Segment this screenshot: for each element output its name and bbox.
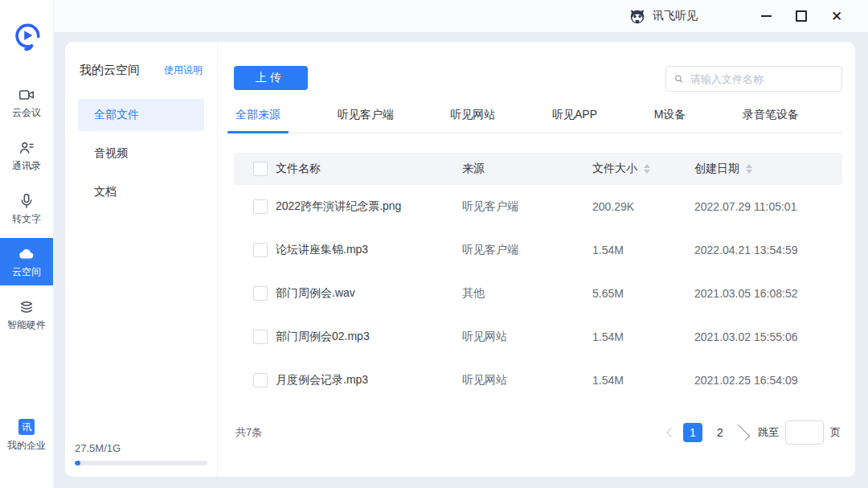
prev-page-button[interactable] (663, 423, 679, 442)
file-date: 2022.07.29 11:05:01 (694, 200, 823, 213)
cloud-icon (18, 245, 35, 263)
row-checkbox[interactable] (253, 330, 268, 344)
storage-progress-fill (75, 461, 80, 465)
file-name[interactable]: 月度例会记录.mp3 (276, 373, 452, 388)
file-name[interactable]: 2022跨年演讲纪念票.png (276, 199, 452, 214)
upload-button[interactable]: 上传 (234, 66, 308, 90)
file-size: 200.29K (592, 200, 685, 213)
rail-item-cloud-space[interactable]: 云空间 (0, 238, 53, 285)
page-number-1[interactable]: 1 (683, 423, 702, 442)
app-title-group: 讯飞听见 (628, 7, 698, 25)
tab-all-sources[interactable]: 全部来源 (234, 108, 282, 133)
search-box[interactable] (665, 66, 842, 92)
microphone-icon (18, 192, 35, 210)
column-header-source: 来源 (462, 162, 583, 176)
column-header-size[interactable]: 文件大小 (592, 162, 685, 176)
chevron-left-icon (666, 428, 675, 437)
rail-item-contacts[interactable]: 通讯录 (0, 132, 53, 179)
minimize-icon (761, 15, 772, 17)
file-source: 听见网站 (462, 373, 583, 388)
pagination: 1 2 跳至 页 (663, 420, 841, 445)
rail-nav: 云会议 通讯录 (0, 79, 53, 344)
minimize-button[interactable] (754, 6, 778, 27)
search-icon (674, 72, 683, 85)
app-title: 讯飞听见 (653, 9, 698, 23)
file-size: 1.54M (592, 244, 685, 256)
rail-item-label: 智能硬件 (7, 318, 46, 332)
tab-app[interactable]: 听见APP (551, 108, 599, 133)
workspace: 我的云空间 使用说明 全部文件 音视频 文档 27.5M/1G (54, 32, 868, 488)
file-date: 2021.03.05 16:08:52 (694, 287, 823, 300)
table-row[interactable]: 月度例会记录.mp3 听见网站 1.54M 2021.02.25 16:54:0… (234, 359, 842, 402)
page-jump-input[interactable] (785, 420, 824, 445)
file-source: 其他 (462, 286, 583, 301)
rail-item-label: 我的企业 (7, 439, 46, 453)
maximize-button[interactable] (789, 6, 813, 27)
rail-item-my-enterprise[interactable]: 讯 我的企业 (7, 419, 46, 453)
file-source: 听见客户端 (462, 243, 583, 257)
contacts-icon (18, 139, 35, 157)
video-camera-icon (18, 86, 35, 104)
tab-recorder-pen[interactable]: 录音笔设备 (741, 108, 800, 133)
tab-website[interactable]: 听见网站 (448, 108, 497, 133)
close-icon: ✕ (831, 10, 842, 23)
layers-icon (18, 298, 35, 316)
next-page-button[interactable] (734, 423, 750, 442)
window-controls: ✕ (743, 6, 849, 27)
ear-logo-icon (9, 18, 44, 55)
tab-m-device[interactable]: M设备 (653, 108, 688, 133)
sidebar-item-documents[interactable]: 文档 (78, 176, 204, 208)
maximize-icon (796, 10, 807, 22)
storage-indicator: 27.5M/1G (75, 442, 207, 465)
file-size: 1.54M (592, 374, 685, 387)
table-row[interactable]: 部门周例会02.mp3 听见网站 1.54M 2021.03.02 15:55:… (234, 315, 842, 359)
close-button[interactable]: ✕ (825, 6, 849, 27)
column-header-size-label: 文件大小 (592, 162, 637, 176)
sort-icon[interactable] (644, 164, 650, 174)
page-unit-label: 页 (830, 425, 841, 440)
file-name[interactable]: 部门周例会.wav (276, 286, 452, 301)
rail-item-label: 云会议 (12, 106, 41, 120)
row-checkbox[interactable] (253, 286, 268, 301)
file-source: 听见网站 (462, 330, 583, 344)
file-size: 1.54M (592, 330, 685, 343)
tab-client[interactable]: 听见客户端 (336, 108, 395, 133)
row-checkbox[interactable] (253, 243, 268, 257)
jump-to-label: 跳至 (758, 425, 779, 440)
row-checkbox[interactable] (253, 199, 268, 214)
file-name[interactable]: 论坛讲座集锦.mp3 (276, 243, 452, 257)
usage-help-link[interactable]: 使用说明 (164, 64, 203, 77)
rail-item-label: 转文字 (12, 212, 41, 226)
table-row[interactable]: 论坛讲座集锦.mp3 听见客户端 1.54M 2022.04.21 13:54:… (234, 228, 842, 272)
rail-item-label: 通讯录 (12, 159, 41, 173)
select-all-checkbox[interactable] (253, 162, 268, 176)
rail-item-cloud-meeting[interactable]: 云会议 (0, 79, 53, 126)
file-source: 听见客户端 (462, 199, 583, 214)
sidebar-items: 全部文件 音视频 文档 (78, 99, 204, 215)
rail-item-label: 云空间 (12, 265, 41, 279)
right-region: 讯飞听见 ✕ 我的云空间 使用说明 (54, 0, 868, 488)
file-name[interactable]: 部门周例会02.mp3 (276, 330, 452, 344)
column-header-date[interactable]: 创建日期 (694, 162, 823, 176)
table-row[interactable]: 2022跨年演讲纪念票.png 听见客户端 200.29K 2022.07.29… (234, 185, 842, 228)
sort-icon[interactable] (746, 164, 752, 174)
sidebar-item-audio-video[interactable]: 音视频 (78, 137, 204, 170)
file-date: 2022.04.21 13:54:59 (694, 244, 823, 256)
row-checkbox[interactable] (253, 373, 268, 388)
column-header-date-label: 创建日期 (694, 162, 739, 176)
enterprise-badge-icon: 讯 (18, 419, 35, 435)
page-number-2[interactable]: 2 (710, 423, 730, 442)
rail-item-smart-hardware[interactable]: 智能硬件 (0, 291, 53, 338)
search-input[interactable] (689, 72, 833, 86)
table-header: 文件名称 来源 文件大小 创建日期 (234, 153, 842, 185)
sidebar-item-all-files[interactable]: 全部文件 (78, 99, 204, 131)
storage-progress-bar (75, 461, 207, 465)
file-size: 5.65M (592, 287, 685, 300)
rail-item-transcribe[interactable]: 转文字 (0, 185, 53, 232)
table-row[interactable]: 部门周例会.wav 其他 5.65M 2021.03.05 16:08:52 (234, 272, 842, 315)
chevron-right-icon (734, 424, 750, 441)
app-logo (9, 18, 44, 58)
toolbar: 上传 (234, 66, 842, 92)
app-window: 云会议 通讯录 (0, 0, 868, 488)
list-footer: 共7条 1 2 跳至 页 (234, 412, 842, 465)
